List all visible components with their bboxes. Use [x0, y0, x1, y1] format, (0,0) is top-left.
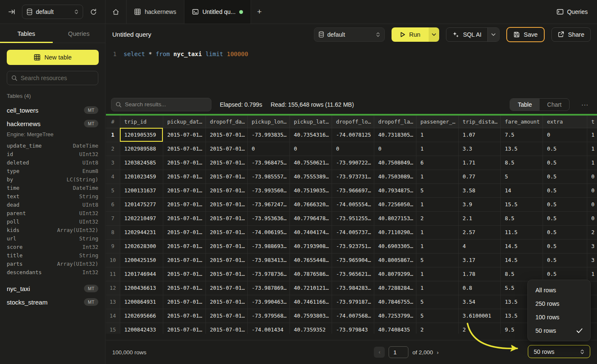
cell[interactable]: 2.57 — [458, 225, 500, 239]
cell[interactable]: 2015-07-01… — [205, 253, 247, 267]
resource-search-input[interactable] — [21, 75, 88, 81]
cell[interactable]: -73.967247… — [247, 197, 289, 211]
cell[interactable]: 0.5 — [543, 239, 587, 253]
cell[interactable]: 40.7210121… — [289, 281, 332, 295]
cell[interactable]: 0.5 — [543, 170, 587, 183]
sql-ai-button[interactable]: SQL AI — [446, 28, 487, 41]
cell[interactable]: -73.978736… — [247, 267, 289, 281]
cell[interactable]: 1 — [587, 128, 597, 142]
cell[interactable]: 2015-07-01… — [205, 170, 247, 183]
column-header-pickup_lat[interactable]: pickup_lat… — [289, 116, 332, 128]
cell[interactable]: 0.5 — [543, 183, 587, 197]
cell[interactable]: 1203824585 — [120, 156, 163, 170]
column-header-trip_dista[interactable]: trip_dista… — [458, 116, 500, 128]
cell[interactable]: 0.8 — [458, 281, 500, 295]
cell[interactable]: 2015-07-01… — [163, 281, 205, 295]
cell[interactable]: 40.7408435 — [374, 323, 416, 334]
cell[interactable]: 0 — [247, 142, 289, 156]
cell[interactable]: 40.7318305… — [374, 128, 416, 142]
cell[interactable]: 40.7461166… — [289, 295, 332, 309]
cell[interactable]: 40.6903305… — [374, 239, 416, 253]
cell[interactable]: 6 — [416, 156, 458, 170]
cell[interactable]: -73.979568… — [247, 309, 289, 323]
column-header-pickup_dat[interactable]: pickup_dat… — [163, 116, 205, 128]
cell[interactable]: 1 — [587, 142, 597, 156]
cell[interactable]: -73.988693… — [247, 239, 289, 253]
next-page-button[interactable]: › — [437, 349, 438, 356]
cell[interactable]: 3 — [587, 239, 597, 253]
cell[interactable]: -74.006195… — [247, 225, 289, 239]
cell[interactable]: 3.6100001 — [458, 309, 500, 323]
selected-cell[interactable]: 1201905359 — [120, 128, 163, 142]
cell[interactable]: 2015-07-01… — [205, 225, 247, 239]
new-table-button[interactable]: New table — [7, 50, 99, 65]
cell[interactable]: 7.5 — [500, 128, 543, 142]
cell[interactable]: 40.7354316… — [289, 128, 332, 142]
cell[interactable]: 8.5 — [500, 267, 543, 281]
cell[interactable]: 1200425150 — [120, 253, 163, 267]
column-header-[interactable]: # — [106, 116, 120, 128]
cell[interactable]: 1201746944 — [120, 267, 163, 281]
cell[interactable]: -73.984283… — [332, 281, 374, 295]
cell[interactable]: 2015-07-01… — [163, 211, 205, 225]
cell[interactable]: 0 — [587, 197, 597, 211]
cell[interactable]: 2015-07-01… — [205, 309, 247, 323]
cell[interactable]: 1 — [416, 197, 458, 211]
column-header-dropoff_lo[interactable]: dropoff_lo… — [332, 116, 374, 128]
cell[interactable]: 1.71 — [458, 156, 500, 170]
page-size-option-250-rows[interactable]: 250 rows — [528, 297, 590, 310]
cell[interactable]: 2015-07-01… — [205, 156, 247, 170]
cell[interactable]: 40.7555389… — [289, 170, 332, 183]
cell[interactable]: -74.007568… — [332, 309, 374, 323]
cell[interactable]: 2015-07-01… — [163, 183, 205, 197]
cell[interactable]: 5 — [416, 253, 458, 267]
cell[interactable]: 3.58 — [458, 183, 500, 197]
column-header-t[interactable]: t — [587, 116, 597, 128]
cell[interactable]: 4 — [458, 239, 500, 253]
cell[interactable]: -73.987869… — [247, 281, 289, 295]
cell[interactable]: 2015-07-01… — [163, 295, 205, 309]
cell[interactable]: 2015-07-01… — [163, 128, 205, 142]
tab-untitled-query[interactable]: Untitled qu... — [184, 0, 251, 24]
cell[interactable]: 40.7359352 — [289, 323, 332, 334]
cell[interactable]: 15.5 — [500, 197, 543, 211]
tab-home[interactable] — [105, 0, 127, 24]
cell[interactable]: 0.5 — [543, 211, 587, 225]
cell[interactable]: 1200864931 — [120, 295, 163, 309]
cell[interactable]: -74.001434 — [247, 323, 289, 334]
cell[interactable]: 1200131637 — [120, 183, 163, 197]
cell[interactable]: 1200436613 — [120, 281, 163, 295]
cell[interactable]: 40.7846755… — [374, 295, 416, 309]
cell[interactable]: 1202210497 — [120, 211, 163, 225]
cell[interactable]: 2 — [458, 323, 500, 334]
cell[interactable]: 40.7256050… — [374, 197, 416, 211]
cell[interactable]: 1.07 — [458, 128, 500, 142]
page-size-select[interactable]: 50 rows — [528, 345, 590, 358]
page-size-option-all-rows[interactable]: All rows — [528, 283, 590, 297]
cell[interactable]: 0 — [332, 142, 374, 156]
cell[interactable]: 0.77 — [458, 170, 500, 183]
cell[interactable]: 2015-07-01… — [205, 267, 247, 281]
cell[interactable]: 40.8027153… — [374, 211, 416, 225]
cell[interactable]: 3 — [587, 253, 597, 267]
cell[interactable]: 1202628300 — [120, 239, 163, 253]
cell[interactable]: 3.54 — [458, 295, 500, 309]
column-header-passenger_[interactable]: passenger_… — [416, 116, 458, 128]
cell[interactable]: 8.5 — [500, 156, 543, 170]
new-tab-button[interactable]: + — [251, 0, 267, 24]
page-size-option-50-rows[interactable]: 50 rows — [528, 324, 590, 337]
cell[interactable]: 40.7404174… — [289, 225, 332, 239]
cell[interactable]: 0 — [374, 142, 416, 156]
sidebar-table-cell_towers[interactable]: cell_towersMT — [7, 103, 98, 117]
cell[interactable]: 1201023459 — [120, 170, 163, 183]
cell[interactable]: 0.5 — [543, 253, 587, 267]
cell[interactable]: 5 — [416, 309, 458, 323]
column-header-fare_amount[interactable]: fare_amount — [500, 116, 543, 128]
cell[interactable]: 0 — [543, 128, 587, 142]
cell[interactable]: -73.953636… — [247, 211, 289, 225]
cell[interactable]: 5 — [416, 295, 458, 309]
cell[interactable]: 1 — [416, 170, 458, 183]
cell[interactable]: 2015-07-01… — [163, 170, 205, 183]
cell[interactable]: -73.973731… — [332, 170, 374, 183]
cell[interactable]: -73.965904… — [332, 253, 374, 267]
